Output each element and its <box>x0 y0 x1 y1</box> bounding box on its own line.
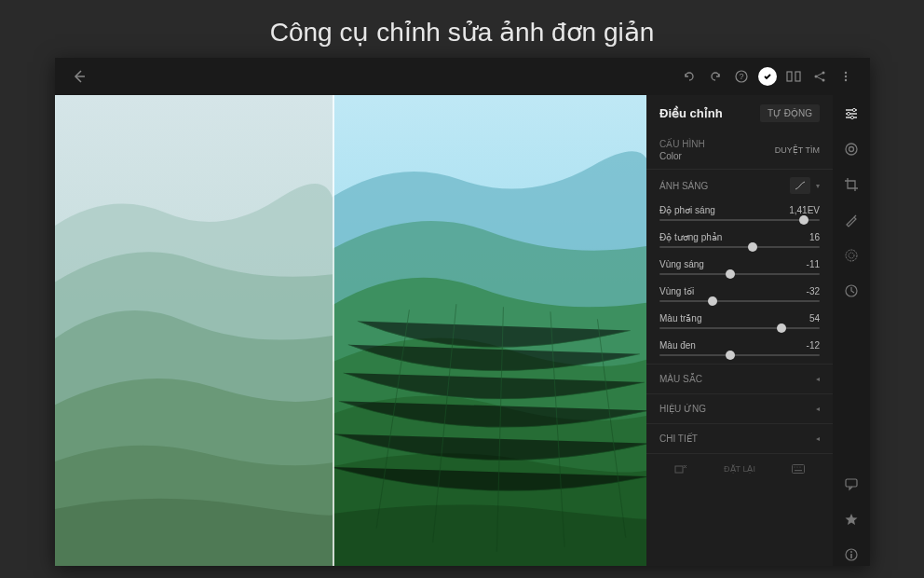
presets-tool[interactable] <box>840 138 863 160</box>
svg-point-24 <box>849 253 854 258</box>
adjust-panel: Điều chỉnh TỰ ĐỘNG CẤU HÌNH Color DUYỆT … <box>646 95 833 566</box>
svg-point-21 <box>846 144 857 155</box>
slider-thumb[interactable] <box>799 215 808 225</box>
svg-point-23 <box>846 250 857 261</box>
slider-label: Độ phơi sáng <box>659 205 715 215</box>
section-label: MÀU SẮC <box>659 374 702 384</box>
confirm-button[interactable] <box>754 63 781 89</box>
reset-button[interactable]: ĐẶT LẠI <box>724 464 755 474</box>
slider-value: 54 <box>809 313 820 323</box>
chevron-left-icon: ◂ <box>816 375 820 383</box>
svg-rect-17 <box>795 470 802 471</box>
share-button[interactable] <box>807 63 833 89</box>
svg-rect-29 <box>850 554 852 558</box>
svg-point-20 <box>850 116 853 118</box>
slider-row: Màu đen -12 <box>646 337 833 364</box>
svg-point-5 <box>822 72 825 75</box>
svg-rect-3 <box>795 72 800 81</box>
slider-track[interactable] <box>659 219 820 221</box>
slider-value: -32 <box>807 286 820 296</box>
collapsed-section[interactable]: HIỆU ỨNG◂ <box>646 393 833 423</box>
svg-point-14 <box>795 466 795 467</box>
crop-tool[interactable] <box>840 173 863 196</box>
slider-row: Độ phơi sáng 1,41EV <box>646 201 833 228</box>
profile-value: Color <box>659 151 705 161</box>
profile-browse-button[interactable]: DUYỆT TÌM <box>775 145 820 155</box>
light-label: ÁNH SÁNG <box>659 181 708 191</box>
svg-point-8 <box>845 76 847 77</box>
slider-row: Màu trắng 54 <box>646 310 833 337</box>
versions-tool[interactable] <box>840 280 863 302</box>
svg-point-4 <box>815 76 818 78</box>
info-tool[interactable] <box>840 544 863 566</box>
svg-rect-26 <box>846 479 857 487</box>
healing-tool[interactable] <box>840 209 863 231</box>
slider-row: Vùng tối -32 <box>646 282 833 310</box>
comments-tool[interactable] <box>840 473 863 495</box>
tone-curve-button[interactable] <box>790 177 810 194</box>
more-button[interactable] <box>833 63 859 89</box>
masking-tool[interactable] <box>840 244 863 267</box>
section-label: HIỆU ỨNG <box>659 404 706 414</box>
light-section-header[interactable]: ÁNH SÁNG ▾ <box>646 169 833 201</box>
keyboard-button[interactable] <box>792 464 805 474</box>
slider-track[interactable] <box>659 327 820 329</box>
svg-point-15 <box>797 466 798 467</box>
slider-row: Vùng sáng -11 <box>646 255 833 282</box>
split-compare <box>55 95 646 566</box>
auto-button[interactable]: TỰ ĐỘNG <box>760 104 820 122</box>
slider-track[interactable] <box>659 273 820 275</box>
back-button[interactable] <box>66 63 92 89</box>
photo-after <box>333 95 646 566</box>
compare-button[interactable] <box>781 63 807 89</box>
previous-button[interactable] <box>674 463 687 475</box>
slider-label: Màu đen <box>659 340 696 351</box>
slider-track[interactable] <box>659 300 820 302</box>
slider-thumb[interactable] <box>748 242 757 252</box>
light-sliders: Độ phơi sáng 1,41EV Độ tương phản 16 Vùn… <box>646 201 833 364</box>
slider-label: Độ tương phản <box>659 232 722 242</box>
panel-footer: ĐẶT LẠI <box>646 453 833 483</box>
slider-track[interactable] <box>659 354 820 356</box>
slider-thumb[interactable] <box>777 323 786 333</box>
adjust-title: Điều chỉnh <box>659 106 723 120</box>
undo-button[interactable] <box>676 63 702 89</box>
slider-thumb[interactable] <box>726 269 735 279</box>
slider-label: Vùng tối <box>659 286 694 296</box>
slider-row: Độ tương phản 16 <box>646 228 833 255</box>
svg-text:?: ? <box>739 72 743 81</box>
topbar: ? <box>55 58 870 95</box>
slider-thumb[interactable] <box>726 351 735 360</box>
hero-title: Công cụ chỉnh sửa ảnh đơn giản <box>0 17 924 48</box>
slider-track[interactable] <box>659 246 820 248</box>
svg-rect-10 <box>55 95 333 566</box>
svg-rect-2 <box>787 72 792 81</box>
redo-button[interactable] <box>702 63 728 89</box>
svg-point-27 <box>846 549 857 560</box>
svg-point-9 <box>845 79 847 81</box>
app-frame: ? <box>55 58 870 566</box>
photo-preview[interactable] <box>55 95 646 566</box>
slider-value: -12 <box>807 340 820 351</box>
slider-value: 1,41EV <box>789 205 820 215</box>
adjust-tool[interactable] <box>840 103 863 125</box>
svg-rect-11 <box>333 95 646 566</box>
svg-point-0 <box>736 71 747 82</box>
collapsed-section[interactable]: CHI TIẾT◂ <box>646 423 833 453</box>
svg-point-6 <box>822 79 825 82</box>
collapsed-section[interactable]: MÀU SẮC◂ <box>646 364 833 393</box>
svg-point-7 <box>845 72 847 74</box>
svg-rect-13 <box>793 464 805 473</box>
photo-before <box>55 95 333 566</box>
split-divider[interactable] <box>333 95 334 566</box>
body-area: Điều chỉnh TỰ ĐỘNG CẤU HÌNH Color DUYỆT … <box>55 95 870 566</box>
panel-header: Điều chỉnh TỰ ĐỘNG <box>646 95 833 131</box>
slider-thumb[interactable] <box>708 296 717 306</box>
chevron-left-icon: ◂ <box>816 405 820 413</box>
help-button[interactable]: ? <box>728 63 754 89</box>
rate-tool[interactable] <box>840 508 863 530</box>
slider-label: Vùng sáng <box>659 259 704 269</box>
svg-point-25 <box>846 285 857 296</box>
slider-value: -11 <box>807 259 820 269</box>
chevron-left-icon: ◂ <box>816 434 820 443</box>
